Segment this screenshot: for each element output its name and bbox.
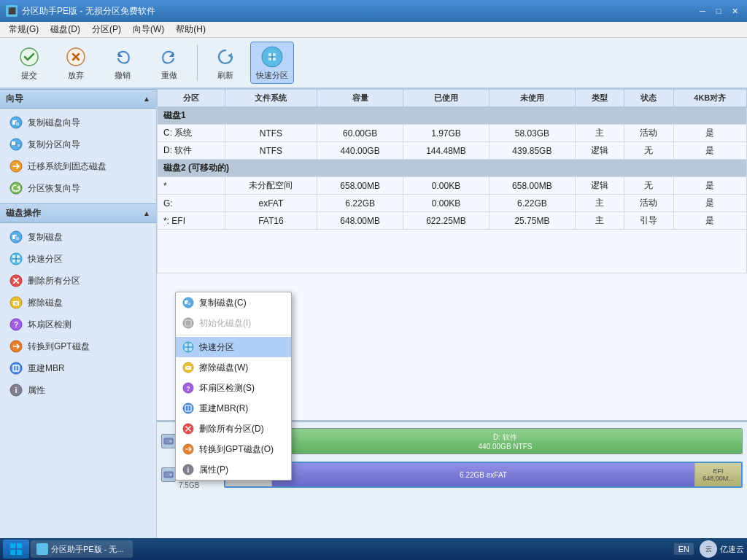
ctx-convert-gpt[interactable]: 转换到GPT磁盘(O) (176, 439, 291, 459)
svg-rect-44 (187, 302, 191, 306)
ctx-init-disk[interactable]: 初始化磁盘(I) (176, 313, 291, 333)
ctx-delete-all-icon (182, 422, 195, 435)
ctx-quick-partition[interactable]: 快速分区 (176, 337, 291, 357)
ctx-quick-partition-icon (182, 341, 195, 354)
ctx-init-disk-label: 初始化磁盘(I) (199, 317, 251, 330)
ctx-rebuild-mbr-icon (182, 402, 195, 415)
ctx-init-disk-icon (182, 316, 195, 330)
ctx-copy-disk-icon (182, 296, 195, 309)
ctx-properties-icon: i (182, 463, 195, 476)
ctx-quick-partition-label: 快速分区 (199, 341, 234, 354)
svg-text:?: ? (186, 385, 190, 392)
ctx-sep1 (176, 335, 291, 335)
ctx-copy-disk-label: 复制磁盘(C) (199, 297, 247, 309)
ctx-copy-disk[interactable]: 复制磁盘(C) (176, 292, 291, 313)
ctx-bad-sector[interactable]: ? 坏扇区检测(S) (176, 378, 291, 398)
svg-rect-52 (185, 366, 191, 370)
ctx-wipe-disk-label: 擦除磁盘(W) (199, 362, 248, 374)
ctx-wipe-disk[interactable]: 擦除磁盘(W) (176, 357, 291, 378)
ctx-bad-sector-label: 坏扇区检测(S) (199, 382, 255, 394)
ctx-properties-label: 属性(P) (199, 464, 228, 476)
context-menu: 复制磁盘(C) 初始化磁盘(I) 快速分区 擦除磁盘(W) ? 坏扇区检测(S) (175, 292, 292, 481)
ctx-rebuild-mbr[interactable]: 重建MBR(R) (176, 398, 291, 419)
svg-text:i: i (187, 466, 190, 474)
ctx-convert-gpt-icon (182, 443, 195, 456)
ctx-bad-sector-icon: ? (182, 381, 195, 394)
ctx-wipe-disk-icon (182, 361, 195, 374)
ctx-delete-all-label: 删除所有分区(D) (199, 423, 264, 435)
context-menu-overlay: 复制磁盘(C) 初始化磁盘(I) 快速分区 擦除磁盘(W) ? 坏扇区检测(S) (0, 0, 747, 560)
ctx-delete-all[interactable]: 删除所有分区(D) (176, 419, 291, 439)
svg-point-45 (183, 318, 193, 328)
ctx-rebuild-mbr-label: 重建MBR(R) (199, 402, 248, 415)
ctx-properties[interactable]: i 属性(P) (176, 459, 291, 480)
ctx-convert-gpt-label: 转换到GPT磁盘(O) (199, 443, 274, 456)
